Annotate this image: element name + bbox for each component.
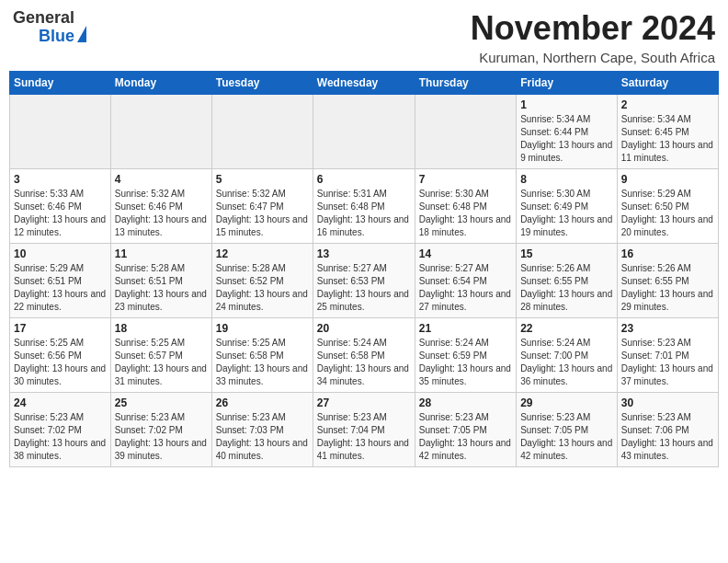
calendar-cell: 6Sunrise: 5:31 AMSunset: 6:48 PMDaylight… xyxy=(313,169,415,244)
weekday-header: Monday xyxy=(110,72,211,95)
day-number: 21 xyxy=(419,322,512,335)
day-number: 23 xyxy=(621,322,714,335)
day-number: 26 xyxy=(216,396,309,409)
day-number: 16 xyxy=(621,247,714,260)
day-info: Sunrise: 5:24 AMSunset: 7:00 PMDaylight:… xyxy=(520,337,613,388)
day-info: Sunrise: 5:23 AMSunset: 7:05 PMDaylight:… xyxy=(419,411,512,463)
calendar-cell: 8Sunrise: 5:30 AMSunset: 6:49 PMDaylight… xyxy=(517,169,618,244)
calendar-week-row: 24Sunrise: 5:23 AMSunset: 7:02 PMDayligh… xyxy=(10,393,719,467)
calendar-header-row: SundayMondayTuesdayWednesdayThursdayFrid… xyxy=(10,72,719,95)
day-number: 19 xyxy=(216,322,309,335)
day-info: Sunrise: 5:23 AMSunset: 7:05 PMDaylight:… xyxy=(520,411,613,463)
day-number: 30 xyxy=(621,396,714,409)
day-info: Sunrise: 5:27 AMSunset: 6:54 PMDaylight:… xyxy=(419,262,512,314)
day-number: 14 xyxy=(419,247,512,260)
weekday-header: Saturday xyxy=(617,72,718,95)
calendar-cell: 26Sunrise: 5:23 AMSunset: 7:03 PMDayligh… xyxy=(211,393,313,467)
day-number: 12 xyxy=(216,247,309,260)
day-info: Sunrise: 5:30 AMSunset: 6:48 PMDaylight:… xyxy=(419,188,512,239)
day-info: Sunrise: 5:26 AMSunset: 6:55 PMDaylight:… xyxy=(621,262,714,314)
page-header: General Blue November 2024 Kuruman, Nort… xyxy=(9,9,719,65)
day-number: 10 xyxy=(14,247,107,260)
calendar-cell: 17Sunrise: 5:25 AMSunset: 6:56 PMDayligh… xyxy=(10,318,111,393)
calendar-cell: 4Sunrise: 5:32 AMSunset: 6:46 PMDaylight… xyxy=(110,169,211,244)
day-info: Sunrise: 5:25 AMSunset: 6:58 PMDaylight:… xyxy=(216,337,309,388)
day-number: 15 xyxy=(520,247,613,260)
day-info: Sunrise: 5:32 AMSunset: 6:47 PMDaylight:… xyxy=(216,188,309,239)
calendar-cell: 20Sunrise: 5:24 AMSunset: 6:58 PMDayligh… xyxy=(313,318,415,393)
day-number: 6 xyxy=(317,173,411,186)
calendar-cell: 18Sunrise: 5:25 AMSunset: 6:57 PMDayligh… xyxy=(110,318,211,393)
calendar-cell: 28Sunrise: 5:23 AMSunset: 7:05 PMDayligh… xyxy=(415,393,516,467)
day-number: 25 xyxy=(115,396,208,409)
day-info: Sunrise: 5:32 AMSunset: 6:46 PMDaylight:… xyxy=(115,188,208,239)
calendar-cell: 19Sunrise: 5:25 AMSunset: 6:58 PMDayligh… xyxy=(211,318,313,393)
day-info: Sunrise: 5:28 AMSunset: 6:51 PMDaylight:… xyxy=(115,262,208,314)
calendar-cell: 22Sunrise: 5:24 AMSunset: 7:00 PMDayligh… xyxy=(517,318,618,393)
day-info: Sunrise: 5:23 AMSunset: 7:04 PMDaylight:… xyxy=(317,411,411,463)
day-number: 5 xyxy=(216,173,309,186)
calendar-cell: 7Sunrise: 5:30 AMSunset: 6:48 PMDaylight… xyxy=(415,169,516,244)
weekday-header: Tuesday xyxy=(211,72,313,95)
day-info: Sunrise: 5:34 AMSunset: 6:44 PMDaylight:… xyxy=(520,113,613,165)
calendar-cell: 15Sunrise: 5:26 AMSunset: 6:55 PMDayligh… xyxy=(517,244,618,318)
day-number: 1 xyxy=(520,98,613,111)
day-info: Sunrise: 5:23 AMSunset: 7:02 PMDaylight:… xyxy=(115,411,208,463)
month-title: November 2024 xyxy=(471,9,715,48)
day-info: Sunrise: 5:23 AMSunset: 7:03 PMDaylight:… xyxy=(216,411,309,463)
calendar-cell: 25Sunrise: 5:23 AMSunset: 7:02 PMDayligh… xyxy=(110,393,211,467)
calendar-cell: 16Sunrise: 5:26 AMSunset: 6:55 PMDayligh… xyxy=(617,244,718,318)
title-block: November 2024 Kuruman, Northern Cape, So… xyxy=(471,9,715,65)
day-info: Sunrise: 5:28 AMSunset: 6:52 PMDaylight:… xyxy=(216,262,309,314)
day-number: 11 xyxy=(115,247,208,260)
day-number: 4 xyxy=(115,173,208,186)
calendar-cell: 3Sunrise: 5:33 AMSunset: 6:46 PMDaylight… xyxy=(10,169,111,244)
calendar-cell: 29Sunrise: 5:23 AMSunset: 7:05 PMDayligh… xyxy=(517,393,618,467)
calendar-cell: 11Sunrise: 5:28 AMSunset: 6:51 PMDayligh… xyxy=(110,244,211,318)
calendar-cell: 10Sunrise: 5:29 AMSunset: 6:51 PMDayligh… xyxy=(10,244,111,318)
weekday-header: Sunday xyxy=(10,72,111,95)
day-info: Sunrise: 5:23 AMSunset: 7:02 PMDaylight:… xyxy=(14,411,107,463)
calendar-week-row: 10Sunrise: 5:29 AMSunset: 6:51 PMDayligh… xyxy=(10,244,719,318)
day-info: Sunrise: 5:23 AMSunset: 7:01 PMDaylight:… xyxy=(621,337,714,388)
logo-triangle-icon xyxy=(77,26,86,42)
day-number: 27 xyxy=(317,396,411,409)
calendar-cell: 1Sunrise: 5:34 AMSunset: 6:44 PMDaylight… xyxy=(517,95,618,169)
calendar-cell: 13Sunrise: 5:27 AMSunset: 6:53 PMDayligh… xyxy=(313,244,415,318)
calendar-cell xyxy=(211,95,313,169)
calendar-cell: 5Sunrise: 5:32 AMSunset: 6:47 PMDaylight… xyxy=(211,169,313,244)
day-info: Sunrise: 5:23 AMSunset: 7:06 PMDaylight:… xyxy=(621,411,714,463)
day-info: Sunrise: 5:25 AMSunset: 6:57 PMDaylight:… xyxy=(115,337,208,388)
day-number: 29 xyxy=(520,396,613,409)
day-info: Sunrise: 5:33 AMSunset: 6:46 PMDaylight:… xyxy=(14,188,107,239)
calendar-week-row: 17Sunrise: 5:25 AMSunset: 6:56 PMDayligh… xyxy=(10,318,719,393)
logo-general: General xyxy=(13,9,74,28)
calendar-week-row: 1Sunrise: 5:34 AMSunset: 6:44 PMDaylight… xyxy=(10,95,719,169)
day-number: 20 xyxy=(317,322,411,335)
day-info: Sunrise: 5:29 AMSunset: 6:51 PMDaylight:… xyxy=(14,262,107,314)
calendar-table: SundayMondayTuesdayWednesdayThursdayFrid… xyxy=(9,71,719,467)
logo: General Blue xyxy=(13,9,86,46)
day-info: Sunrise: 5:24 AMSunset: 6:59 PMDaylight:… xyxy=(419,337,512,388)
day-info: Sunrise: 5:31 AMSunset: 6:48 PMDaylight:… xyxy=(317,188,411,239)
day-info: Sunrise: 5:25 AMSunset: 6:56 PMDaylight:… xyxy=(14,337,107,388)
calendar-cell: 21Sunrise: 5:24 AMSunset: 6:59 PMDayligh… xyxy=(415,318,516,393)
day-number: 9 xyxy=(621,173,714,186)
day-number: 8 xyxy=(520,173,613,186)
day-info: Sunrise: 5:30 AMSunset: 6:49 PMDaylight:… xyxy=(520,188,613,239)
calendar-cell: 24Sunrise: 5:23 AMSunset: 7:02 PMDayligh… xyxy=(10,393,111,467)
calendar-cell xyxy=(10,95,111,169)
day-info: Sunrise: 5:27 AMSunset: 6:53 PMDaylight:… xyxy=(317,262,411,314)
weekday-header: Wednesday xyxy=(313,72,415,95)
calendar-cell xyxy=(313,95,415,169)
calendar-cell: 23Sunrise: 5:23 AMSunset: 7:01 PMDayligh… xyxy=(617,318,718,393)
day-number: 17 xyxy=(14,322,107,335)
day-info: Sunrise: 5:29 AMSunset: 6:50 PMDaylight:… xyxy=(621,188,714,239)
day-info: Sunrise: 5:26 AMSunset: 6:55 PMDaylight:… xyxy=(520,262,613,314)
calendar-cell: 12Sunrise: 5:28 AMSunset: 6:52 PMDayligh… xyxy=(211,244,313,318)
day-number: 2 xyxy=(621,98,714,111)
weekday-header: Thursday xyxy=(415,72,516,95)
day-number: 7 xyxy=(419,173,512,186)
day-number: 22 xyxy=(520,322,613,335)
day-number: 24 xyxy=(14,396,107,409)
